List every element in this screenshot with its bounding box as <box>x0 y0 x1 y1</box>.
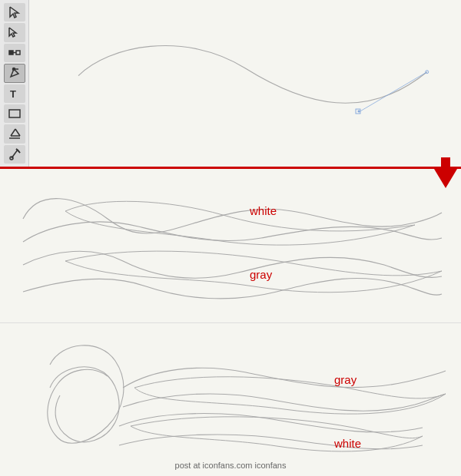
svg-text:white: white <box>249 204 277 217</box>
select-tool[interactable] <box>4 23 25 41</box>
footer-text: post at iconfans.com iconfans <box>175 461 287 470</box>
red-arrow <box>430 157 461 191</box>
rectangle-tool[interactable] <box>4 104 25 123</box>
bottom-section: white gray gray white post at iconfans.c… <box>0 169 461 476</box>
toolbar: T <box>0 0 29 167</box>
svg-line-16 <box>359 72 427 112</box>
svg-text:gray: gray <box>334 373 357 386</box>
footer: post at iconfans.com iconfans <box>0 458 461 473</box>
top-diagram-svg: white gray <box>0 173 461 319</box>
text-tool[interactable]: T <box>4 84 25 103</box>
svg-point-19 <box>357 111 360 113</box>
top-section: T <box>0 0 461 169</box>
arrow-tool[interactable] <box>4 3 25 21</box>
svg-rect-0 <box>9 51 13 55</box>
canvas-area <box>29 0 461 167</box>
top-canvas-svg <box>29 0 461 167</box>
svg-marker-20 <box>434 157 457 188</box>
top-diagram-row: white gray <box>0 169 461 323</box>
svg-text:T: T <box>10 88 16 100</box>
svg-rect-1 <box>16 51 20 55</box>
svg-point-4 <box>12 68 15 71</box>
svg-line-9 <box>15 129 20 136</box>
pen-tool[interactable] <box>4 64 25 82</box>
eyedropper-tool[interactable] <box>4 145 25 164</box>
svg-line-8 <box>11 129 15 136</box>
svg-text:white: white <box>333 437 361 450</box>
bottom-diagram-row: gray white <box>0 323 461 477</box>
svg-rect-6 <box>9 110 20 117</box>
svg-text:gray: gray <box>250 268 273 281</box>
eraser-tool[interactable] <box>4 124 25 143</box>
bottom-diagram-svg: gray white <box>0 326 461 472</box>
node-tool[interactable] <box>4 44 25 62</box>
svg-line-15 <box>16 149 18 150</box>
